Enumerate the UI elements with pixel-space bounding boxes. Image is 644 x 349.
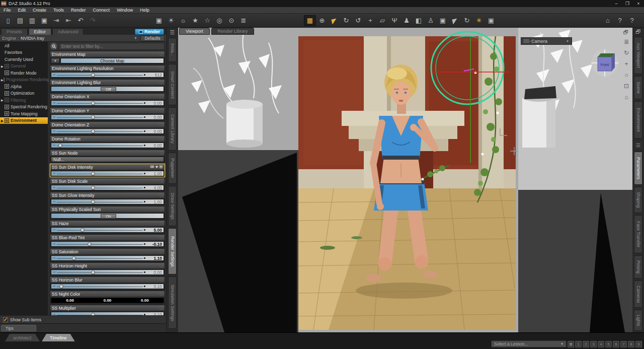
tab-cameras[interactable]: Cameras	[634, 281, 642, 308]
param-ss-multiplier[interactable]: SS Multiplier−0.10	[50, 305, 165, 315]
increment-button[interactable]	[144, 102, 145, 104]
new-file-icon[interactable]: ▯	[2, 15, 14, 26]
tab-puppeteer[interactable]: Puppeteer	[168, 153, 177, 184]
slider-knob[interactable]	[88, 242, 92, 246]
viewport[interactable]: Front ViewportRender Library Camera ▼ 🗗 …	[178, 28, 632, 332]
tab-face-transfer[interactable]: Face Transfer	[634, 215, 642, 253]
tab-shaping[interactable]: Shaping	[634, 187, 642, 213]
increment-button[interactable]	[144, 187, 145, 188]
param-ss-blue-red-tint[interactable]: SS Blue-Red Tint−-0.10	[50, 234, 165, 248]
reset-view-icon[interactable]: ⌂	[622, 93, 630, 101]
expand-arrow-icon[interactable]: ▶	[1, 98, 5, 102]
tab-parameters[interactable]: Parameters	[634, 152, 642, 185]
decrement-button[interactable]: −	[51, 143, 57, 148]
gear-icon[interactable]	[159, 207, 163, 211]
lesson-page-button[interactable]: 2	[583, 341, 589, 347]
menu-item[interactable]: Connect	[90, 7, 114, 13]
lesson-page-button[interactable]: 6	[613, 341, 619, 347]
gear-icon[interactable]	[159, 137, 163, 141]
import-icon[interactable]: ⇥	[50, 15, 62, 26]
param-ss-horizon-height[interactable]: SS Horizon Height−0.00	[50, 262, 165, 276]
slider-track[interactable]	[57, 284, 143, 289]
gear-icon[interactable]	[159, 81, 163, 84]
tab-smart-content[interactable]: Smart Content	[168, 64, 177, 105]
slider-knob[interactable]	[91, 172, 95, 176]
menu-item[interactable]: Help	[136, 7, 153, 13]
param-slider[interactable]: −0.10	[51, 312, 164, 315]
decrement-button[interactable]: −	[51, 185, 57, 190]
lesson-page-button[interactable]: 8	[628, 341, 634, 347]
param-slider[interactable]: −1.00	[51, 199, 164, 204]
new-spotlight-icon[interactable]: ☀	[165, 15, 177, 26]
slider-knob[interactable]	[72, 256, 76, 260]
orb-settings-tool[interactable]: ↻	[461, 15, 473, 26]
tab-scene[interactable]: Scene	[634, 76, 642, 99]
sliders-icon-tab[interactable]: ☰	[634, 141, 642, 150]
menu-item[interactable]: Render	[67, 7, 90, 13]
node-selection-tool[interactable]: ▦	[304, 15, 316, 26]
menu-item[interactable]: Create	[29, 7, 50, 13]
gear-icon[interactable]	[159, 193, 163, 197]
param-environment-lighting-blur[interactable]: Environment Lighting BlurOff	[50, 79, 165, 93]
zoom-icon[interactable]: ○	[622, 71, 630, 79]
pane-menu-icon[interactable]: ☰	[168, 29, 177, 36]
home-icon[interactable]: ⌂	[602, 15, 614, 26]
tab-simulation-settings[interactable]: Simulation Settings	[168, 276, 177, 329]
param-value[interactable]: 0.00	[146, 143, 164, 148]
lesson-page-button[interactable]: 5	[605, 341, 612, 347]
slider-knob[interactable]	[80, 228, 85, 232]
tab-draw-settings[interactable]: Draw Settings	[168, 186, 177, 226]
undo-icon[interactable]: ↶	[74, 15, 87, 26]
node-picker-button[interactable]: Null...	[51, 157, 164, 162]
param-toggle[interactable]: On	[51, 213, 164, 219]
param-dome-orientation-z[interactable]: Dome Orientation Z−0.00	[50, 121, 165, 135]
param-slider[interactable]: −0.00	[51, 269, 164, 275]
viewport-options-icon[interactable]: 🗗	[621, 29, 630, 35]
increment-button[interactable]	[144, 201, 145, 202]
param-ss-sun-disk-scale[interactable]: SS Sun Disk Scale−4.00	[50, 178, 165, 191]
lesson-select[interactable]: Select a Lesson... ▼	[491, 340, 567, 347]
param-slider[interactable]: −5.00	[51, 227, 164, 233]
decrement-button[interactable]: −	[51, 171, 57, 176]
slider-track[interactable]	[57, 228, 143, 232]
menu-item[interactable]: Tools	[50, 7, 67, 13]
new-camera-view-icon[interactable]: ◎	[213, 15, 225, 26]
new-point-light-icon[interactable]: ☼	[177, 15, 189, 26]
bottom-tab[interactable]: aniMate2	[5, 334, 40, 341]
category-item[interactable]: ▶ Filtering	[0, 97, 48, 104]
increment-button[interactable]	[144, 116, 145, 118]
lesson-list-icon[interactable]: ≣	[568, 341, 574, 347]
pane-dock-icon[interactable]: 🗗	[634, 29, 642, 35]
joint-editor-tool[interactable]: Ψ	[388, 15, 400, 26]
category-item[interactable]: ▶ All	[0, 42, 48, 49]
category-item[interactable]: ▶ Optimization	[0, 90, 48, 97]
slider-track[interactable]	[57, 199, 143, 204]
menu-item[interactable]: Edit	[15, 7, 30, 13]
param-ss-haze[interactable]: SS Haze−5.00	[50, 220, 165, 234]
slider-track[interactable]	[57, 101, 143, 105]
map-dropdown-icon[interactable]: ▼	[51, 58, 60, 63]
viewport-canvas[interactable]: Front	[178, 28, 632, 332]
param-value[interactable]: 5.00	[146, 228, 164, 233]
surface-selection-tool[interactable]: ◧	[413, 15, 425, 26]
slider-track[interactable]	[57, 115, 143, 119]
pan-viewport-tool[interactable]: ⊕	[316, 15, 328, 26]
increment-button[interactable]	[144, 74, 145, 76]
param-toggle[interactable]: Off	[51, 86, 164, 92]
gear-icon[interactable]	[159, 236, 163, 239]
gear-icon[interactable]	[159, 306, 163, 310]
increment-button[interactable]	[144, 145, 145, 146]
increment-button[interactable]	[144, 243, 145, 245]
slider-knob[interactable]	[91, 186, 95, 190]
param-ss-night-color[interactable]: SS Night Color0.000.000.00	[50, 291, 165, 304]
increment-button[interactable]	[144, 257, 145, 259]
decrement-button[interactable]: −	[51, 256, 57, 260]
pointer-settings-tool[interactable]: ◤	[448, 14, 462, 27]
category-item[interactable]: ▶ Favorites	[0, 49, 48, 56]
slider-knob[interactable]	[91, 313, 95, 315]
align-icon[interactable]: ≣	[237, 15, 250, 26]
open-file-icon[interactable]: ▤	[14, 15, 26, 26]
chevron-down-icon[interactable]: ▼	[566, 40, 569, 43]
slider-knob[interactable]	[59, 285, 63, 289]
param-value[interactable]: 0.00	[146, 129, 164, 134]
